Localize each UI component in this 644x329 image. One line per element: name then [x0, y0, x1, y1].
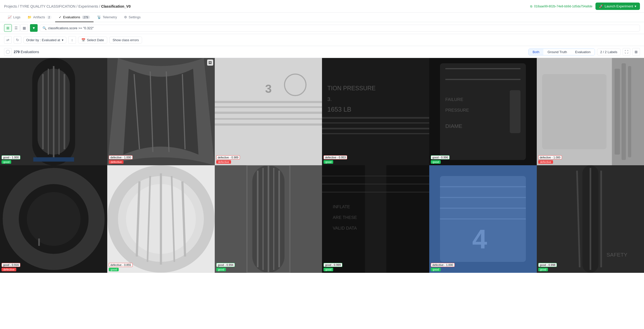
breadcrumb-experiments[interactable]: Experiments — [79, 4, 98, 8]
tab-artifacts[interactable]: 📁 Artifacts 2 — [24, 13, 55, 22]
class-badge-1-0: defective — [2, 268, 16, 271]
tab-telemetry[interactable]: 📡 Telemetry — [94, 13, 120, 22]
filter-bar: ⇄ ↻ Order by : Evaluated at ▾ ↕ 📅 Select… — [0, 34, 644, 46]
image-cell-1-3[interactable]: INFLATE ARE THESE VALID DATA good - 0.99… — [322, 165, 429, 273]
image-view-btn[interactable]: ▦ — [20, 24, 28, 32]
score-badge-1-1: defective - 0.855 — [109, 263, 132, 267]
svg-rect-38 — [510, 90, 520, 133]
telemetry-icon: 📡 — [97, 15, 101, 19]
class-badge-0-0: good — [2, 160, 11, 164]
svg-rect-43 — [628, 66, 631, 157]
label-overlay-1-5: good - 0.998 good — [538, 263, 557, 271]
table-view-btn[interactable]: ☰ — [12, 24, 20, 32]
evaluations-icon: ✓ — [59, 15, 62, 19]
grid-view-btn[interactable]: ⊞ — [4, 24, 12, 32]
svg-text:INFLATE: INFLATE — [333, 204, 350, 209]
tab-settings-label: Settings — [129, 15, 141, 19]
class-badge-1-5: good — [538, 268, 548, 271]
fullscreen-btn[interactable]: ⛶ — [623, 48, 630, 56]
svg-rect-27 — [322, 117, 429, 118]
order-by-dropdown[interactable]: Order by : Evaluated at ▾ — [23, 37, 66, 43]
image-cell-0-3[interactable]: TION PRESSURE 3. 1653 LB defective - 0.9… — [322, 58, 429, 165]
image-cell-1-0[interactable]: I good - 0.916 defective — [0, 165, 107, 273]
image-icon-0-1: 🖼 — [207, 59, 213, 66]
select-date-btn[interactable]: 📅 Select Date — [78, 37, 107, 43]
launch-experiment-button[interactable]: 🚀 Launch Experiment ▾ — [595, 3, 640, 10]
uuid-copy-btn[interactable]: ⧉ 018aae99-802b-74e8-bb9d-1d5da754a8de — [530, 5, 592, 8]
refresh-btn[interactable]: ↻ — [14, 36, 21, 44]
image-cell-0-5[interactable]: defective - 1.000 defective — [537, 58, 644, 165]
nav-tabs: 📈 Logs 📁 Artifacts 2 ✓ Evaluations 279 📡… — [0, 13, 644, 22]
checkbox-circle — [6, 50, 10, 54]
count-label: Evaluations — [21, 50, 39, 54]
select-all-checkbox[interactable] — [4, 48, 12, 56]
svg-text:PRESSURE: PRESSURE — [446, 108, 469, 113]
label-overlay-0-3: defective - 0.953 good — [324, 155, 347, 164]
image-cell-0-4[interactable]: FAILURE PRESSURE DIAME good - 0.996 good — [429, 58, 536, 165]
chevron-down-icon: ▾ — [62, 38, 64, 42]
image-cell-1-4[interactable]: 4 defective - 1.000 good — [429, 165, 536, 273]
score-badge-1-3: good - 0.999 — [324, 263, 342, 267]
filter-active-btn[interactable]: ▼ — [30, 24, 38, 32]
image-cell-0-1[interactable]: 🖼 defective - 1.000 defective — [107, 58, 214, 165]
show-class-errors-btn[interactable]: Show class errors — [109, 37, 142, 43]
view-toggle: ⊞ ☰ ▦ — [4, 24, 28, 32]
artifacts-badge: 2 — [47, 16, 52, 19]
label-overlay-1-3: good - 0.999 good — [324, 263, 342, 271]
class-badge-0-1: defective — [109, 160, 124, 164]
svg-text:DIAME: DIAME — [446, 123, 463, 129]
tab-settings[interactable]: ⚙ Settings — [120, 13, 144, 22]
image-grid: good - 1.000 good 🖼 defective - 1.000 de… — [0, 58, 644, 273]
copy-icon: ⧉ — [530, 5, 532, 8]
shuffle-btn[interactable]: ⇄ — [4, 36, 12, 44]
logs-icon: 📈 — [8, 15, 12, 19]
results-left: 279 Evaluations — [4, 48, 39, 56]
class-badge-0-5: defective — [538, 160, 553, 164]
labels-filter-btn[interactable]: 2 / 2 Labels — [597, 49, 621, 55]
svg-text:I: I — [38, 236, 41, 248]
top-right-actions: ⧉ 018aae99-802b-74e8-bb9d-1d5da754a8de 🚀… — [530, 3, 640, 10]
svg-rect-8 — [33, 157, 74, 162]
seg-evaluation-btn[interactable]: Evaluation — [571, 49, 595, 55]
sort-direction-btn[interactable]: ↕ — [68, 36, 76, 44]
search-input[interactable] — [48, 26, 637, 30]
chevron-down-icon: ▾ — [635, 4, 636, 8]
rocket-icon: 🚀 — [599, 4, 603, 8]
breadcrumb-projects[interactable]: Projects — [4, 4, 17, 8]
label-overlay-1-4: defective - 1.000 good — [431, 263, 454, 271]
svg-rect-28 — [322, 122, 429, 123]
seg-both-btn[interactable]: Both — [529, 49, 544, 55]
count-number: 279 — [14, 50, 20, 54]
svg-rect-42 — [621, 63, 626, 160]
label-overlay-0-2: defective - 0.989 defective — [216, 155, 240, 164]
tab-evaluations[interactable]: ✓ Evaluations 279 — [55, 13, 94, 22]
class-badge-1-4: good — [431, 268, 440, 271]
settings-icon: ⚙ — [124, 15, 127, 19]
image-cell-0-0[interactable]: good - 1.000 good — [0, 58, 107, 165]
score-badge-1-5: good - 0.998 — [538, 263, 557, 267]
results-right: Both Ground Truth Evaluation 2 / 2 Label… — [528, 48, 640, 56]
seg-ground-truth-btn[interactable]: Ground Truth — [543, 49, 571, 55]
image-cell-1-5[interactable]: SAFETY good - 0.998 good — [537, 165, 644, 273]
tab-telemetry-label: Telemetry — [103, 15, 117, 19]
label-overlay-1-1: defective - 0.855 good — [109, 263, 132, 271]
image-cell-1-1[interactable]: defective - 0.855 good — [107, 165, 214, 273]
class-badge-0-2: defective — [216, 160, 231, 164]
svg-text:VALID DATA: VALID DATA — [333, 226, 357, 231]
svg-rect-41 — [615, 69, 620, 155]
tab-artifacts-label: Artifacts — [33, 15, 45, 19]
image-card-icon: 🖼 — [208, 61, 212, 65]
svg-rect-18 — [215, 112, 322, 114]
calendar-icon: 📅 — [81, 38, 85, 42]
uuid-text: 018aae99-802b-74e8-bb9d-1d5da754a8de — [534, 5, 592, 8]
score-badge-1-0: good - 0.916 — [2, 263, 20, 267]
svg-rect-16 — [215, 101, 322, 103]
toolbar: ⊞ ☰ ▦ ▼ 🔍 — [0, 22, 644, 34]
image-cell-1-2[interactable]: good - 0.994 good — [215, 165, 322, 273]
score-badge-1-4: defective - 1.000 — [431, 263, 454, 267]
image-cell-0-2[interactable]: 3 defective - 0.989 defective — [215, 58, 322, 165]
select-date-label: Select Date — [87, 38, 104, 42]
tab-logs[interactable]: 📈 Logs — [4, 13, 24, 22]
breadcrumb-project-name[interactable]: TYRE QUALITY CLASSIFICATION — [20, 4, 75, 8]
grid-density-btn[interactable]: ⊞ — [632, 48, 640, 56]
